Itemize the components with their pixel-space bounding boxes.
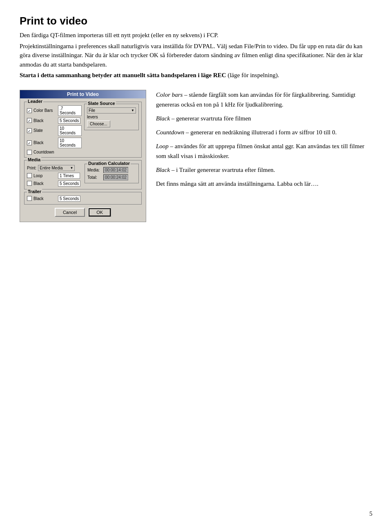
black-value: 5 Seconds [58, 118, 80, 124]
black2-checkbox[interactable] [27, 140, 32, 145]
media-duration-value: 00:00:14:02 [103, 167, 128, 173]
cancel-button[interactable]: Cancel [55, 208, 85, 217]
countdown-label: Countdown [33, 150, 56, 154]
trailer-black-value: 5 Seconds [58, 196, 80, 202]
intro-section: Den färdiga QT-filmen importeras till et… [20, 31, 372, 80]
black-label: Black [33, 118, 56, 123]
sidebar-p2: Black – genererar svartruta före filmen [156, 114, 372, 123]
leader-inner: Color Bars .7 Seconds Black 5 Seconds [27, 104, 139, 155]
loop-checkbox[interactable] [27, 173, 32, 178]
sidebar-text: Color bars – stående färgfält som kan an… [156, 90, 372, 193]
leader-row-colorbars: Color Bars .7 Seconds [27, 105, 82, 116]
trailer-black-label: Black [33, 196, 56, 201]
black-term: Black [156, 115, 170, 122]
intro-p1: Den färdiga QT-filmen importeras till et… [20, 31, 372, 40]
ok-button[interactable]: OK [88, 208, 111, 217]
trailer-row-black: Black 5 Seconds [27, 196, 139, 202]
media-time-label: Media: [87, 168, 102, 172]
slate-source-dropdown[interactable]: File ▼ [87, 107, 136, 114]
main-content: Print to Video Leader Color Bars .7 Seco… [20, 90, 372, 222]
media-black-value: 5 Seconds [58, 180, 80, 187]
media-black-checkbox[interactable] [27, 181, 32, 186]
media-row-black: Black 5 Seconds [27, 180, 81, 187]
sidebar-p5: Black – i Trailer genererar svartruta ef… [156, 165, 372, 175]
total-time-label: Total: [87, 175, 102, 180]
countdown-term: Countdown [156, 129, 184, 136]
sidebar-p6: Det finns många sätt att använda inställ… [156, 179, 372, 189]
choose-button[interactable]: Choose... [87, 120, 110, 127]
leader-row-countdown: Countdown [27, 150, 82, 155]
leader-row-black2: Black 10 Seconds [27, 138, 82, 148]
print-to-video-dialog: Print to Video Leader Color Bars .7 Seco… [20, 90, 146, 222]
black2-label: Black [33, 140, 56, 145]
duration-section: Duration Calculator Media: 00:00:14:02 T… [85, 164, 139, 183]
loop-label: Loop [33, 174, 56, 178]
trailer-black-checkbox[interactable] [27, 196, 32, 201]
black-trailer-term: Black [156, 167, 170, 173]
entire-media-dropdown[interactable]: Entire Media ▼ [38, 165, 75, 171]
leader-right: Slate Source File ▼ levers Choose... [84, 104, 139, 155]
black-checkbox[interactable] [27, 118, 32, 123]
trailer-section: Trailer Black 5 Seconds [24, 192, 142, 205]
loop-value: 1 Times [58, 173, 80, 179]
page-number: 5 [370, 510, 373, 517]
leader-section: Leader Color Bars .7 Seconds Black [24, 102, 142, 158]
total-duration-row: Total: 00:00:24:02 [87, 174, 136, 180]
leader-row-slate: Slate 10 Seconds [27, 125, 82, 136]
media-content: Print: Entire Media ▼ Loop 1 Times [27, 164, 139, 187]
print-row: Print: Entire Media ▼ [27, 165, 81, 171]
loop-term: Loop [156, 143, 169, 149]
media-black-label: Black [33, 181, 56, 186]
slate-value: 10 Seconds [58, 125, 82, 136]
media-section: Media Print: Entire Media ▼ [24, 160, 142, 189]
media-right: Duration Calculator Media: 00:00:14:02 T… [85, 164, 139, 187]
countdown-checkbox[interactable] [27, 150, 32, 155]
dropdown-arrow: ▼ [131, 109, 134, 112]
colorbars-checkbox[interactable] [27, 108, 32, 113]
levers-row: levers [87, 115, 136, 119]
media-row-loop: Loop 1 Times [27, 173, 81, 179]
media-label: Media [27, 157, 41, 162]
color-bars-term: Color bars [156, 91, 183, 98]
leader-label: Leader [27, 99, 43, 104]
sidebar-p3: Countdown – genererar en nedräkning illu… [156, 127, 372, 137]
intro-p3: Starta i detta sammanhang betyder att ma… [20, 71, 372, 80]
media-left: Print: Entire Media ▼ Loop 1 Times [27, 164, 81, 187]
sidebar-p1: Color bars – stående färgfält som kan an… [156, 90, 372, 109]
dialog-titlebar: Print to Video [20, 90, 146, 98]
colorbars-value: .7 Seconds [58, 105, 82, 116]
duration-label: Duration Calculator [87, 161, 131, 166]
total-duration-value: 00:00:24:02 [103, 174, 128, 180]
media-duration-row: Media: 00:00:14:02 [87, 167, 136, 173]
black2-value: 10 Seconds [58, 138, 82, 148]
slate-source-section: Slate Source File ▼ levers Choose... [84, 104, 139, 130]
leader-row-black: Black 5 Seconds [27, 118, 82, 124]
sidebar-p4: Loop – användes för att upprepa filmen ö… [156, 141, 372, 161]
slate-source-label: Slate Source [87, 101, 116, 106]
slate-checkbox[interactable] [27, 128, 32, 133]
dialog-body: Leader Color Bars .7 Seconds Black [20, 98, 146, 222]
dialog-buttons: Cancel OK [24, 208, 142, 218]
colorbars-label: Color Bars [33, 108, 56, 113]
slate-label: Slate [33, 128, 56, 133]
leader-left: Color Bars .7 Seconds Black 5 Seconds [27, 104, 82, 155]
intro-p2: Projektinställningarna i preferences ska… [20, 42, 372, 69]
page-title: Print to video [20, 15, 372, 27]
trailer-label: Trailer [27, 189, 42, 194]
